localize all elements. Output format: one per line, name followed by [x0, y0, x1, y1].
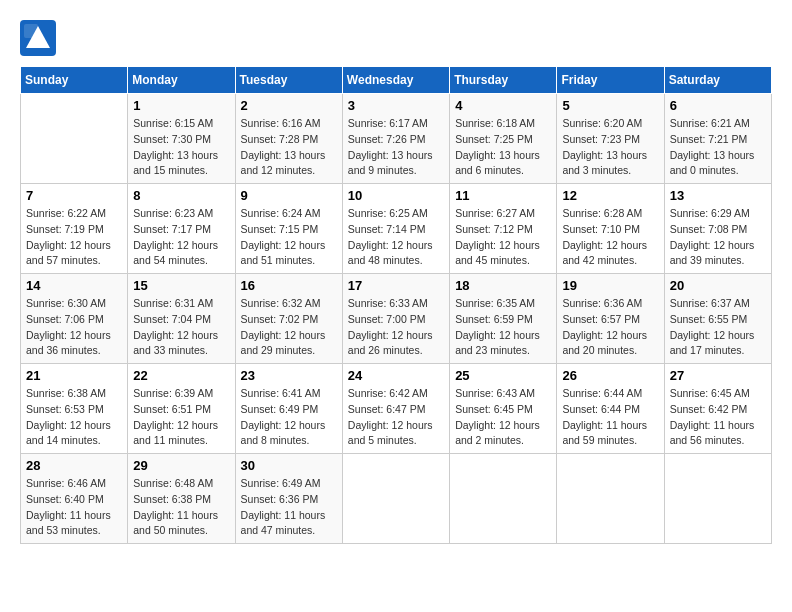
day-number: 10 [348, 188, 444, 203]
day-cell: 19Sunrise: 6:36 AMSunset: 6:57 PMDayligh… [557, 274, 664, 364]
day-info: Sunrise: 6:31 AMSunset: 7:04 PMDaylight:… [133, 296, 229, 359]
day-number: 28 [26, 458, 122, 473]
day-number: 19 [562, 278, 658, 293]
day-number: 26 [562, 368, 658, 383]
day-info: Sunrise: 6:22 AMSunset: 7:19 PMDaylight:… [26, 206, 122, 269]
day-info: Sunrise: 6:28 AMSunset: 7:10 PMDaylight:… [562, 206, 658, 269]
day-info: Sunrise: 6:41 AMSunset: 6:49 PMDaylight:… [241, 386, 337, 449]
day-number: 27 [670, 368, 766, 383]
day-number: 5 [562, 98, 658, 113]
day-cell: 1Sunrise: 6:15 AMSunset: 7:30 PMDaylight… [128, 94, 235, 184]
day-info: Sunrise: 6:24 AMSunset: 7:15 PMDaylight:… [241, 206, 337, 269]
week-row-1: 1Sunrise: 6:15 AMSunset: 7:30 PMDaylight… [21, 94, 772, 184]
day-info: Sunrise: 6:20 AMSunset: 7:23 PMDaylight:… [562, 116, 658, 179]
header-day-thursday: Thursday [450, 67, 557, 94]
calendar-table: SundayMondayTuesdayWednesdayThursdayFrid… [20, 66, 772, 544]
day-number: 18 [455, 278, 551, 293]
day-number: 12 [562, 188, 658, 203]
day-number: 13 [670, 188, 766, 203]
day-info: Sunrise: 6:18 AMSunset: 7:25 PMDaylight:… [455, 116, 551, 179]
day-info: Sunrise: 6:49 AMSunset: 6:36 PMDaylight:… [241, 476, 337, 539]
header-day-friday: Friday [557, 67, 664, 94]
header-day-wednesday: Wednesday [342, 67, 449, 94]
header-day-monday: Monday [128, 67, 235, 94]
day-number: 8 [133, 188, 229, 203]
day-info: Sunrise: 6:45 AMSunset: 6:42 PMDaylight:… [670, 386, 766, 449]
day-info: Sunrise: 6:48 AMSunset: 6:38 PMDaylight:… [133, 476, 229, 539]
day-cell: 14Sunrise: 6:30 AMSunset: 7:06 PMDayligh… [21, 274, 128, 364]
day-cell: 6Sunrise: 6:21 AMSunset: 7:21 PMDaylight… [664, 94, 771, 184]
header-row: SundayMondayTuesdayWednesdayThursdayFrid… [21, 67, 772, 94]
day-info: Sunrise: 6:17 AMSunset: 7:26 PMDaylight:… [348, 116, 444, 179]
day-number: 16 [241, 278, 337, 293]
day-info: Sunrise: 6:32 AMSunset: 7:02 PMDaylight:… [241, 296, 337, 359]
day-cell: 29Sunrise: 6:48 AMSunset: 6:38 PMDayligh… [128, 454, 235, 544]
day-cell: 5Sunrise: 6:20 AMSunset: 7:23 PMDaylight… [557, 94, 664, 184]
day-info: Sunrise: 6:37 AMSunset: 6:55 PMDaylight:… [670, 296, 766, 359]
day-cell [664, 454, 771, 544]
day-number: 17 [348, 278, 444, 293]
day-info: Sunrise: 6:42 AMSunset: 6:47 PMDaylight:… [348, 386, 444, 449]
week-row-4: 21Sunrise: 6:38 AMSunset: 6:53 PMDayligh… [21, 364, 772, 454]
day-cell [21, 94, 128, 184]
day-cell: 13Sunrise: 6:29 AMSunset: 7:08 PMDayligh… [664, 184, 771, 274]
day-cell: 23Sunrise: 6:41 AMSunset: 6:49 PMDayligh… [235, 364, 342, 454]
day-info: Sunrise: 6:27 AMSunset: 7:12 PMDaylight:… [455, 206, 551, 269]
day-info: Sunrise: 6:36 AMSunset: 6:57 PMDaylight:… [562, 296, 658, 359]
day-info: Sunrise: 6:23 AMSunset: 7:17 PMDaylight:… [133, 206, 229, 269]
day-info: Sunrise: 6:30 AMSunset: 7:06 PMDaylight:… [26, 296, 122, 359]
calendar-header: SundayMondayTuesdayWednesdayThursdayFrid… [21, 67, 772, 94]
day-number: 11 [455, 188, 551, 203]
day-info: Sunrise: 6:35 AMSunset: 6:59 PMDaylight:… [455, 296, 551, 359]
day-cell: 12Sunrise: 6:28 AMSunset: 7:10 PMDayligh… [557, 184, 664, 274]
day-number: 14 [26, 278, 122, 293]
day-cell: 21Sunrise: 6:38 AMSunset: 6:53 PMDayligh… [21, 364, 128, 454]
week-row-5: 28Sunrise: 6:46 AMSunset: 6:40 PMDayligh… [21, 454, 772, 544]
header-day-tuesday: Tuesday [235, 67, 342, 94]
week-row-3: 14Sunrise: 6:30 AMSunset: 7:06 PMDayligh… [21, 274, 772, 364]
day-cell: 17Sunrise: 6:33 AMSunset: 7:00 PMDayligh… [342, 274, 449, 364]
day-info: Sunrise: 6:38 AMSunset: 6:53 PMDaylight:… [26, 386, 122, 449]
day-cell: 22Sunrise: 6:39 AMSunset: 6:51 PMDayligh… [128, 364, 235, 454]
day-info: Sunrise: 6:43 AMSunset: 6:45 PMDaylight:… [455, 386, 551, 449]
day-cell [450, 454, 557, 544]
day-number: 2 [241, 98, 337, 113]
day-info: Sunrise: 6:21 AMSunset: 7:21 PMDaylight:… [670, 116, 766, 179]
day-cell [342, 454, 449, 544]
day-cell: 30Sunrise: 6:49 AMSunset: 6:36 PMDayligh… [235, 454, 342, 544]
day-number: 15 [133, 278, 229, 293]
day-info: Sunrise: 6:33 AMSunset: 7:00 PMDaylight:… [348, 296, 444, 359]
day-cell: 15Sunrise: 6:31 AMSunset: 7:04 PMDayligh… [128, 274, 235, 364]
week-row-2: 7Sunrise: 6:22 AMSunset: 7:19 PMDaylight… [21, 184, 772, 274]
day-number: 21 [26, 368, 122, 383]
day-number: 7 [26, 188, 122, 203]
day-info: Sunrise: 6:29 AMSunset: 7:08 PMDaylight:… [670, 206, 766, 269]
day-number: 3 [348, 98, 444, 113]
day-number: 22 [133, 368, 229, 383]
day-cell: 25Sunrise: 6:43 AMSunset: 6:45 PMDayligh… [450, 364, 557, 454]
day-number: 23 [241, 368, 337, 383]
day-info: Sunrise: 6:39 AMSunset: 6:51 PMDaylight:… [133, 386, 229, 449]
day-info: Sunrise: 6:44 AMSunset: 6:44 PMDaylight:… [562, 386, 658, 449]
day-number: 30 [241, 458, 337, 473]
logo [20, 20, 62, 56]
day-number: 1 [133, 98, 229, 113]
day-cell: 10Sunrise: 6:25 AMSunset: 7:14 PMDayligh… [342, 184, 449, 274]
header-day-saturday: Saturday [664, 67, 771, 94]
logo-icon [20, 20, 56, 56]
day-number: 24 [348, 368, 444, 383]
day-number: 4 [455, 98, 551, 113]
header-day-sunday: Sunday [21, 67, 128, 94]
day-cell: 7Sunrise: 6:22 AMSunset: 7:19 PMDaylight… [21, 184, 128, 274]
day-number: 29 [133, 458, 229, 473]
day-number: 20 [670, 278, 766, 293]
day-cell: 9Sunrise: 6:24 AMSunset: 7:15 PMDaylight… [235, 184, 342, 274]
day-cell: 27Sunrise: 6:45 AMSunset: 6:42 PMDayligh… [664, 364, 771, 454]
day-cell: 3Sunrise: 6:17 AMSunset: 7:26 PMDaylight… [342, 94, 449, 184]
calendar-body: 1Sunrise: 6:15 AMSunset: 7:30 PMDaylight… [21, 94, 772, 544]
day-info: Sunrise: 6:25 AMSunset: 7:14 PMDaylight:… [348, 206, 444, 269]
day-cell [557, 454, 664, 544]
day-cell: 2Sunrise: 6:16 AMSunset: 7:28 PMDaylight… [235, 94, 342, 184]
day-cell: 20Sunrise: 6:37 AMSunset: 6:55 PMDayligh… [664, 274, 771, 364]
day-cell: 11Sunrise: 6:27 AMSunset: 7:12 PMDayligh… [450, 184, 557, 274]
